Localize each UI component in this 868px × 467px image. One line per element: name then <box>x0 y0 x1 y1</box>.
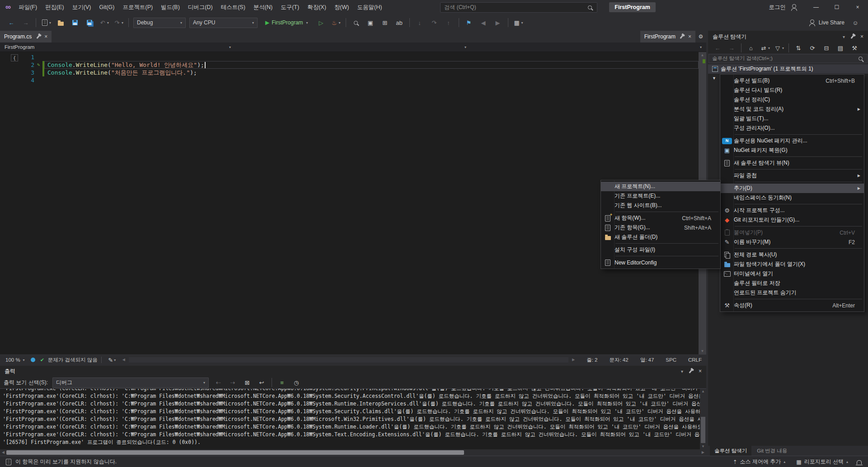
se-switch-views[interactable]: ⇄▾ <box>758 42 772 54</box>
menu-item[interactable]: 보기(V) <box>68 0 95 14</box>
find-in-files[interactable] <box>349 17 363 28</box>
word-wrap[interactable]: ↩ <box>255 377 268 388</box>
start-debugging-button[interactable]: ▶ FirstProgram ▾ <box>262 19 312 26</box>
step-into[interactable]: ↓ <box>413 17 427 28</box>
menu-item[interactable]: 디버그(D) <box>184 0 217 14</box>
scroll-down-arrow-icon[interactable]: ▼ <box>701 445 705 448</box>
text-editor-group[interactable]: ab <box>393 17 406 28</box>
menu-item[interactable]: 프로젝트(P) <box>118 0 157 14</box>
panel-tab[interactable]: 솔루션 탐색기 <box>710 446 751 456</box>
maximize-button[interactable]: ☐ <box>826 0 847 14</box>
context-menu-item[interactable]: 솔루션 정리(C) <box>720 95 864 104</box>
menu-item[interactable]: 확장(X) <box>303 0 330 14</box>
previous-bookmark[interactable]: ◀ <box>477 17 490 28</box>
scrollbar-track[interactable] <box>6 449 700 456</box>
menu-item[interactable]: 창(W) <box>330 0 353 14</box>
type-dropdown[interactable]: ▾ <box>235 42 471 52</box>
pin-icon[interactable] <box>688 368 694 374</box>
output-body[interactable]: 'FirstProgram.exe'(CoreCLR: clrhost): 'C… <box>0 389 706 449</box>
quick-search-box[interactable]: 검색 (Ctrl+Q) <box>440 2 597 13</box>
context-menu-item[interactable]: N솔루션용 NuGet 패키지 관리... <box>720 136 864 146</box>
context-menu-item[interactable]: 새 프로젝트(N)... <box>601 182 720 191</box>
close-icon[interactable]: × <box>44 33 47 40</box>
menu-item[interactable]: 분석(N) <box>249 0 277 14</box>
context-menu-item[interactable]: 언로드된 프로젝트 숨기기 <box>720 288 864 297</box>
feedback-icon[interactable]: ☺ <box>852 19 859 26</box>
scrollbar-thumb[interactable] <box>6 450 464 455</box>
step-out[interactable]: ↑ <box>442 17 455 28</box>
se-filter[interactable]: ▽▾ <box>772 42 786 54</box>
menu-item[interactable]: 빌드(B) <box>157 0 184 14</box>
health-indicator-icon[interactable] <box>29 356 37 363</box>
se-forward[interactable]: → <box>725 42 738 54</box>
window-position-icon[interactable]: ▾ <box>843 34 845 39</box>
scroll-up-arrow-icon[interactable]: ▲ <box>701 53 704 57</box>
context-menu-item[interactable]: 네임스페이스 동기화(N) <box>720 193 864 203</box>
menu-item[interactable]: 도움말(H) <box>353 0 386 14</box>
window-position-icon[interactable]: ▾ <box>681 369 683 374</box>
save[interactable] <box>68 17 82 28</box>
tab-program-cs[interactable]: Program.cs × <box>0 31 52 42</box>
configuration-select[interactable]: Debug ▾ <box>133 18 186 28</box>
context-menu-item[interactable]: 기존 웹 사이트(B)... <box>601 201 720 210</box>
scrollbar-thumb[interactable] <box>701 417 705 443</box>
user-profile-icon[interactable] <box>790 4 798 11</box>
context-menu-item[interactable]: 일괄 빌드(T)... <box>720 114 864 123</box>
start-without-debugging[interactable]: ▷ <box>314 17 328 28</box>
se-show-all-files[interactable]: ▤ <box>834 42 847 54</box>
context-menu-item[interactable]: 새 항목(W)...Ctrl+Shift+A <box>601 213 720 223</box>
context-menu-item[interactable]: 기존 항목(G)...Shift+Alt+A <box>601 223 720 232</box>
code-line[interactable]: 2✎Console.WriteLine("Hello, World! 안녕하세요… <box>0 61 706 69</box>
step-over[interactable]: ↷ <box>427 17 441 28</box>
context-menu-item[interactable]: ◆Git 리포지토리 만들기(G)... <box>720 215 864 225</box>
output-horizontal-scrollbar[interactable]: ◀ ▶ <box>0 449 706 456</box>
pin-icon[interactable] <box>849 33 856 40</box>
next-message[interactable]: ⇢ <box>226 377 239 388</box>
live-share-button[interactable]: Live Share <box>809 19 845 26</box>
pin-icon[interactable] <box>35 33 41 40</box>
close-icon[interactable]: × <box>699 368 702 374</box>
scroll-left-arrow-icon[interactable]: ◀ <box>2 451 5 454</box>
context-menu-item[interactable]: 새 솔루션 폴더(D) <box>601 232 720 242</box>
save-all[interactable] <box>83 17 96 28</box>
se-home[interactable]: ⌂ <box>744 42 758 54</box>
platform-select[interactable]: Any CPU ▾ <box>189 18 258 28</box>
scroll-down-arrow-icon[interactable]: ▼ <box>701 349 704 353</box>
open-file[interactable] <box>54 17 67 28</box>
scroll-left-arrow-icon[interactable]: ◀ <box>122 358 125 362</box>
context-menu-item[interactable]: 설치 구성 파일(I) <box>601 245 720 255</box>
undo[interactable]: ↶▾ <box>97 17 111 28</box>
notifications-bell-icon[interactable] <box>855 458 863 466</box>
sign-in-button[interactable]: 로그인 <box>769 4 786 11</box>
hot-reload[interactable]: ♨▾ <box>329 17 343 28</box>
se-sync-active-document[interactable]: ⇅ <box>792 42 805 54</box>
editor-horizontal-scrollbar[interactable] <box>129 357 568 363</box>
menu-item[interactable]: 도구(T) <box>277 0 303 14</box>
menu-item[interactable]: 편집(E) <box>41 0 68 14</box>
code-line[interactable]: 1 <box>0 53 706 61</box>
context-menu-item[interactable]: ✎이름 바꾸기(M)F2 <box>720 237 864 247</box>
close-icon[interactable]: × <box>688 33 691 40</box>
add-to-source-control-button[interactable]: ⇡ 소스 제어에 추가 ▴ <box>729 458 789 466</box>
command-window[interactable]: ▣ <box>364 17 377 28</box>
scroll-right-arrow-icon[interactable]: ▶ <box>702 451 704 454</box>
redo[interactable]: ↷▾ <box>112 17 125 28</box>
solution-search-box[interactable]: 솔루션 탐색기 검색(Ctrl+;) <box>708 54 868 63</box>
project-dropdown[interactable]: FirstProgram ▾ <box>0 42 235 52</box>
output-vertical-scrollbar[interactable]: ▲ ▼ <box>700 389 706 449</box>
new-project[interactable]: ▾ <box>39 17 53 28</box>
next-bookmark[interactable]: ▶ <box>491 17 505 28</box>
context-menu-item[interactable]: 파일 중첩▶ <box>720 171 864 180</box>
context-menu-item[interactable]: 기존 프로젝트(E)... <box>601 191 720 201</box>
code-line[interactable]: 4 <box>0 76 706 84</box>
solution-node[interactable]: 솔루션 'FirstProgram' (1 프로젝트의 1) <box>708 64 868 74</box>
context-menu-item[interactable]: 새 솔루션 탐색기 뷰(N) <box>720 158 864 168</box>
minimize-button[interactable]: — <box>806 0 826 14</box>
previous-message[interactable]: ⇠ <box>211 377 225 388</box>
close-icon[interactable]: × <box>860 33 863 40</box>
menu-item[interactable]: 파일(F) <box>14 0 41 14</box>
context-menu-item[interactable]: 솔루션 빌드(B)Ctrl+Shift+B <box>720 76 864 85</box>
context-menu-item[interactable]: 솔루션 필터로 저장 <box>720 278 864 288</box>
output-source-select[interactable]: 디버그 ▾ <box>52 377 209 388</box>
pin-icon[interactable] <box>679 33 685 40</box>
